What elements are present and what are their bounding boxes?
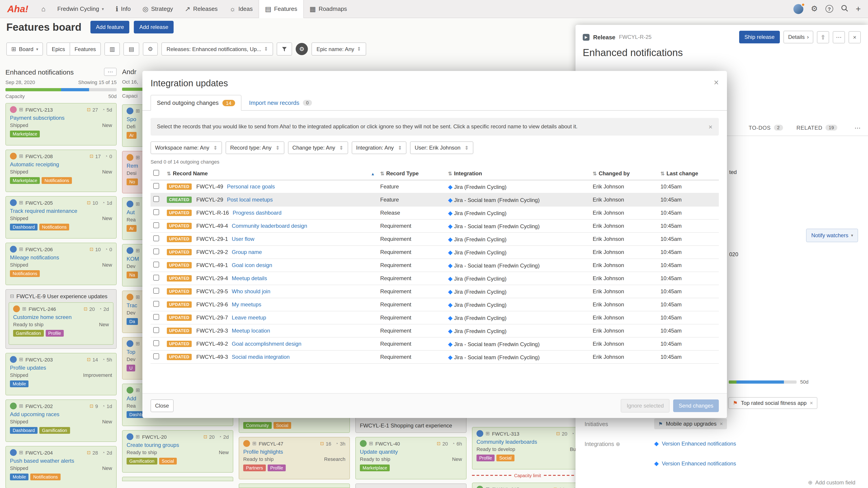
card-title-link[interactable]: Update quantity <box>360 449 462 455</box>
feature-card[interactable]: ⊞ FWCYL-313 ⊡20◔0 Community leaderboards… <box>472 427 583 469</box>
tab-related[interactable]: RELATED19 <box>797 125 837 131</box>
record-name-link[interactable]: Progress dashboard <box>232 210 281 216</box>
card-title-link[interactable]: Profile updates <box>10 365 112 371</box>
header-integration[interactable]: ⇅Integration <box>445 167 590 180</box>
card-title-link[interactable]: Mileage notifications <box>10 254 112 261</box>
record-name-link[interactable]: User flow <box>232 236 254 242</box>
row-checkbox[interactable] <box>153 275 159 281</box>
add-feature-button[interactable]: Add feature <box>90 21 129 33</box>
row-checkbox[interactable] <box>153 314 159 320</box>
card-view-button[interactable]: ▥ <box>104 42 120 56</box>
share-button[interactable]: ⇧ <box>817 31 829 43</box>
row-checkbox[interactable] <box>153 196 159 202</box>
tabs-more-button[interactable]: ⋯ <box>855 124 861 131</box>
record-name-link[interactable]: Post local meetups <box>227 197 273 203</box>
header-changed-by[interactable]: ⇅Changed by <box>590 167 658 180</box>
feature-card[interactable]: ⊞ FWCYL-20 ⊡20◔2d Create touring groups … <box>122 430 233 473</box>
search-icon[interactable] <box>841 4 848 13</box>
card-title-link[interactable]: Automatic receipting <box>10 161 112 168</box>
record-name-link[interactable]: Community leaderboard design <box>232 223 307 229</box>
feature-card[interactable]: ⊞ FWCYL-40 ⊡20◔6h Update quantity Ready … <box>355 437 467 480</box>
card-title-link[interactable]: Track required maintenance <box>10 208 112 214</box>
record-name-link[interactable]: Goal accomplishment design <box>232 341 301 347</box>
list-view-button[interactable]: ▤ <box>124 42 139 56</box>
add-icon[interactable]: + <box>856 4 861 14</box>
card-title-link[interactable]: Push based weather alerts <box>10 458 112 464</box>
epic-card[interactable]: ⊟ FWCYL-E-9 User experience updates ⊞ FW… <box>5 289 117 349</box>
workspace-switcher[interactable]: Fredwin Cycling ▾ <box>51 0 110 18</box>
add-custom-field-button[interactable]: ⊕Add custom field <box>808 480 855 486</box>
row-checkbox[interactable] <box>153 183 159 189</box>
filter-select[interactable]: User: Erik Johnson ⇕ <box>410 141 473 154</box>
feature-card[interactable]: ⊞ FWCYL-47 ⊡16◔3h Profile highlights Rea… <box>239 437 350 480</box>
feature-card[interactable]: ⊞ FWCYL-315 ⊡14◔10 <box>472 483 583 488</box>
remove-icon[interactable]: × <box>720 421 723 427</box>
row-checkbox[interactable] <box>153 288 159 294</box>
filter-funnel-button[interactable] <box>277 42 292 56</box>
feature-card[interactable]: ⊞ FWCYL-204 ⊡28◔2d Push based weather al… <box>5 446 117 488</box>
integration-link-label[interactable]: Version Enhanced notifications <box>662 460 736 466</box>
board-view-dropdown[interactable]: ⊞ Board ▾ <box>6 42 43 56</box>
header-record-name[interactable]: ⇅Record Name▲ <box>164 167 377 180</box>
feature-card[interactable]: ⊞ FWCYL-246 ⊡20◔2d Customize home screen… <box>8 302 114 345</box>
row-checkbox[interactable] <box>153 353 159 359</box>
more-button[interactable]: ⋯ <box>833 31 845 43</box>
card-title-link[interactable]: Payment subscriptions <box>10 115 112 121</box>
notify-watchers-button[interactable]: Notify watchers▾ <box>806 229 858 242</box>
row-checkbox[interactable] <box>153 209 159 215</box>
filter-select[interactable]: Change type: Any ⇕ <box>288 141 348 154</box>
change-row[interactable]: UPDATED FWCYL-29-5 Who should join Requi… <box>151 285 719 298</box>
change-row[interactable]: UPDATED FWCYL-29-1 User flow Requirement… <box>151 232 719 246</box>
filter-select[interactable]: Workspace name: Any ⇕ <box>151 141 222 154</box>
record-name-link[interactable]: Social media integration <box>232 354 289 360</box>
feature-card[interactable]: ⊞ FWCYL-208 ⊡17◔0 Automatic receipting S… <box>5 150 117 192</box>
tab-todos[interactable]: TO-DOS2 <box>749 125 783 131</box>
ignore-selected-button[interactable]: Ignore selected <box>621 399 670 413</box>
nav-item-ideas[interactable]: ☼Ideas <box>223 0 258 18</box>
feature-card[interactable]: ⊞ FWCYL-206 ⊡10◔0 Mileage notifications … <box>5 242 117 285</box>
select-all-header[interactable] <box>151 167 164 180</box>
close-button[interactable]: Close <box>151 399 174 412</box>
row-checkbox[interactable] <box>153 222 159 228</box>
row-checkbox[interactable] <box>153 301 159 307</box>
feature-card[interactable] <box>239 484 350 488</box>
help-icon[interactable]: ? <box>826 5 833 13</box>
tab-import-new-records[interactable]: Import new records 0 <box>243 95 318 110</box>
row-checkbox[interactable] <box>153 249 159 254</box>
change-row[interactable]: CREATED FWCYL-29 Post local meetups Feat… <box>151 193 719 206</box>
initiative-pill[interactable]: ⚑ Mobile app upgrades × <box>654 418 727 429</box>
nav-item-features[interactable]: ▤Features <box>258 0 304 18</box>
integration-link[interactable]: ◆ Version Enhanced notifications <box>654 460 736 467</box>
change-row[interactable]: UPDATED FWCYL-29-4 Meetup details Requir… <box>151 272 719 285</box>
feature-card[interactable]: ⊞ FWCYL-202 ⊡9◔1d Add upcoming races Shi… <box>5 399 117 442</box>
card-title-link[interactable]: Add upcoming races <box>10 411 112 418</box>
record-name-link[interactable]: Who should join <box>232 288 270 295</box>
modal-close-button[interactable]: × <box>714 78 719 87</box>
feature-card[interactable] <box>122 477 233 481</box>
ship-release-button[interactable]: Ship release <box>739 31 780 43</box>
tab-send-outgoing-changes[interactable]: Send outgoing changes 14 <box>151 95 241 111</box>
integration-link[interactable]: ◆ Version Enhanced notifications <box>654 440 736 447</box>
record-name-link[interactable]: Meetup details <box>232 275 267 282</box>
change-row[interactable]: UPDATED FWCYL-49-3 Social media integrat… <box>151 350 719 363</box>
epic-card[interactable]: FWCYL-E-1 Shopping cart <box>355 484 467 488</box>
epic-filter-select[interactable]: Epic name: Any ⇕ <box>311 42 366 56</box>
features-button[interactable]: Features <box>70 42 101 56</box>
record-name-link[interactable]: Leave meetup <box>232 315 266 321</box>
column-menu-button[interactable]: ⋯ <box>104 68 117 76</box>
row-checkbox[interactable] <box>153 340 159 346</box>
card-title-link[interactable]: Community leaderboards <box>476 439 579 445</box>
select-all-checkbox[interactable] <box>153 170 159 176</box>
remove-icon[interactable]: × <box>810 400 813 406</box>
release-flag-tag[interactable]: ⚑ Top rated social fitness app × <box>728 397 817 409</box>
aha-logo[interactable]: Aha! <box>0 3 35 14</box>
record-name-link[interactable]: Group name <box>232 249 262 255</box>
nav-item-roadmaps[interactable]: ▦Roadmaps <box>304 0 353 18</box>
card-title-link[interactable]: Customize home screen <box>13 314 109 320</box>
change-row[interactable]: UPDATED FWCYL-49-2 Goal accomplishment d… <box>151 337 719 350</box>
record-name-link[interactable]: Goal icon design <box>232 262 272 268</box>
add-circle-icon[interactable]: ⊕ <box>616 441 620 447</box>
releases-filter-select[interactable]: Releases: Enhanced notifications, Up... … <box>162 42 273 56</box>
change-row[interactable]: UPDATED FWCYL-29-6 My meetups Requiremen… <box>151 298 719 311</box>
send-changes-button[interactable]: Send changes <box>673 399 719 412</box>
